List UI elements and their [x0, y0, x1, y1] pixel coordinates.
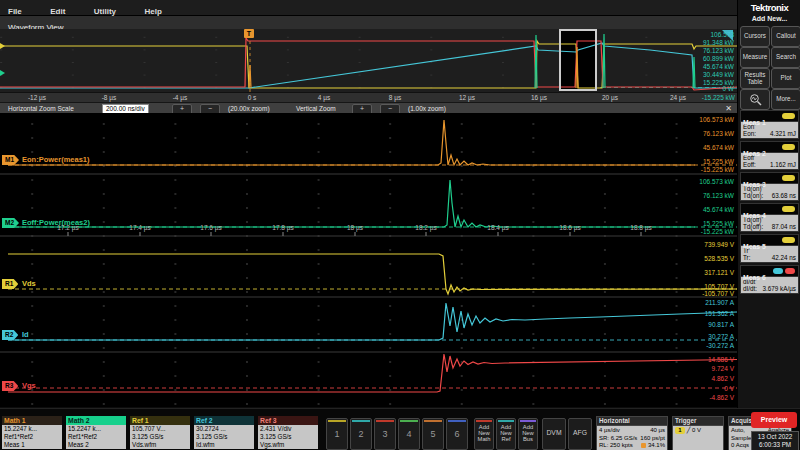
meas-6-item[interactable]: Meas 6 dI/dt' dI/dt: 3.679 kA/µs — [740, 265, 799, 294]
waveform-traces — [0, 113, 737, 407]
channel-3-button[interactable]: 3 — [374, 418, 396, 450]
v-zoom-label: Vertical Zoom — [296, 105, 336, 112]
meas-value: 1.162 mJ — [770, 161, 796, 168]
add-new-ref-button[interactable]: Add New Ref — [496, 418, 516, 450]
horizontal-panel[interactable]: Horizontal 4 µs/div40 µs SR: 6.25 GS/s16… — [596, 416, 668, 450]
menu-edit[interactable]: Edit — [50, 4, 65, 16]
meas-4-item[interactable]: Meas 4 Td(off)' Td(off): 87.04 ns — [740, 203, 799, 232]
preview-button[interactable]: Preview — [751, 412, 797, 428]
scale-label: 151.362 A — [705, 310, 734, 317]
dvm-button[interactable]: DVM — [542, 418, 566, 450]
bottom-bar: Math 1 15.2247 k... Ref1*Ref2 Meas 1 Mat… — [0, 408, 800, 450]
add-new-bus-button[interactable]: Add New Bus — [518, 418, 538, 450]
add-new-label: Add New... — [738, 15, 800, 22]
menu-utility[interactable]: Utility — [94, 4, 116, 16]
time-tick: 17.6 µs — [200, 224, 221, 231]
math2-level-marker — [0, 70, 5, 76]
add-label: Ref — [497, 436, 515, 442]
vertical-zoom-handle[interactable] — [722, 30, 733, 41]
meas-source-badge[interactable] — [782, 144, 795, 150]
overview-tick: -4 µs — [173, 94, 188, 101]
badge-line: 15.2247 k... — [68, 425, 124, 433]
badge-line: 2.431 V/div — [260, 425, 316, 433]
meas-2-item[interactable]: Meas 2 Eoff' Eoff: 1.162 mJ — [740, 141, 799, 170]
meas-source-badge[interactable] — [782, 206, 795, 212]
h-span: 40 µs — [650, 427, 665, 435]
ref1-level-marker — [0, 43, 5, 49]
badge-line: 30.2724 ... — [196, 425, 252, 433]
badge-line: Meas 2 — [68, 441, 124, 449]
results-table-button[interactable]: Results Table — [740, 68, 770, 89]
meas-5-item[interactable]: Meas 5 Tr' Tr: 42.24 ns — [740, 234, 799, 263]
cursors-button[interactable]: Cursors — [740, 26, 770, 47]
channel-number: 5 — [423, 429, 443, 439]
more-button[interactable]: More... — [771, 89, 800, 110]
channel-1-button[interactable]: 1 — [326, 418, 348, 450]
meas-source-badge[interactable] — [782, 175, 795, 181]
waveform-panels[interactable]: M1 Eon:Power(meas1) M2 Eoff:Power(meas2)… — [0, 113, 737, 407]
search-button[interactable]: Search — [771, 47, 800, 68]
zoom-tool-button[interactable] — [740, 89, 770, 110]
menu-file[interactable]: File — [8, 4, 22, 16]
overview-tick: 24 µs — [670, 94, 686, 101]
meas-source-badge[interactable] — [785, 268, 795, 274]
meas-1-item[interactable]: Meas 1 Eon' Eon: 4.321 mJ — [740, 110, 799, 139]
channel-6-button[interactable]: 6 — [446, 418, 468, 450]
math1-settings-badge[interactable]: Math 1 15.2247 k... Ref1*Ref2 Meas 1 — [2, 416, 62, 449]
badge-line: 3.125 GS/s — [196, 433, 252, 441]
ref3-settings-badge[interactable]: Ref 3 2.431 V/div 3.125 GS/s Vgs.wfm — [258, 416, 318, 449]
channel-2-button[interactable]: 2 — [350, 418, 372, 450]
channel-5-button[interactable]: 5 — [422, 418, 444, 450]
overview-neg-scale-label: -15.225 kW — [702, 94, 735, 101]
plot-button[interactable]: Plot — [771, 68, 800, 89]
waveform-view-tab[interactable]: Waveform View — [0, 16, 737, 30]
math2-settings-badge[interactable]: Math 2 15.2247 k... Ref1*Ref2 Meas 2 — [66, 416, 126, 449]
magnifier-icon — [749, 93, 762, 106]
meas-source-badge[interactable] — [782, 237, 795, 243]
rising-edge-icon: ╱ — [687, 427, 691, 433]
afg-button[interactable]: AFG — [568, 418, 592, 450]
overview-plot — [0, 29, 737, 92]
meas-3-item[interactable]: Meas 3 Td(on)' Td(on): 63.68 ns — [740, 172, 799, 201]
channel-4-button[interactable]: 4 — [398, 418, 420, 450]
meas-value: 63.68 ns — [772, 192, 796, 199]
overview-strip[interactable]: 106.573 91.348 kW 76.123 kW 60.899 kW 45… — [0, 29, 737, 92]
menu-help[interactable]: Help — [144, 4, 161, 16]
scale-label: 30.272 A — [708, 333, 734, 340]
channel-number: 6 — [447, 429, 467, 439]
ref1-settings-badge[interactable]: Ref 1 105.707 V... 3.125 GS/s Vds.wfm — [130, 416, 190, 449]
scale-label: 211.907 A — [705, 299, 734, 306]
trigger-panel[interactable]: Trigger 1 ╱ 0 V — [672, 416, 724, 450]
badge-title: Ref 2 — [194, 416, 254, 425]
callout-button[interactable]: Callout — [771, 26, 800, 47]
overview-scale-label: 30.449 kW — [703, 71, 734, 78]
time-tick: 18 µs — [347, 224, 363, 231]
menu-bar: File Edit Utility Help — [0, 0, 800, 16]
scale-label: 4.862 V — [712, 375, 734, 382]
search-label: Search — [776, 54, 796, 61]
meas-source-badge[interactable] — [782, 113, 795, 119]
channel-number: 1 — [327, 429, 347, 439]
results-table-label: Results Table — [741, 72, 769, 85]
overview-tick: -12 µs — [28, 94, 46, 101]
panel3-trace-label: Vds — [22, 279, 36, 288]
h-scale: 4 µs/div — [599, 427, 620, 435]
scale-label: 15.225 kW — [703, 220, 734, 227]
trigger-title: Trigger — [672, 416, 724, 425]
measure-button[interactable]: Measure — [740, 47, 770, 68]
badge-line: Vgs.wfm — [260, 441, 316, 449]
badge-line: Vds.wfm — [132, 441, 188, 449]
trigger-position-flag[interactable]: T — [244, 29, 254, 38]
add-new-math-button[interactable]: Add New Math — [474, 418, 494, 450]
meas-source-badge[interactable] — [773, 268, 783, 274]
scale-label: 106.573 kW — [699, 178, 734, 185]
trigger-source-badge: 1 — [675, 427, 685, 434]
scale-label: -4.862 V — [709, 394, 734, 401]
dvm-label: DVM — [546, 429, 561, 436]
plot-label: Plot — [781, 75, 792, 82]
h-usage-percent: 34.1% — [648, 442, 665, 448]
badge-title: Ref 1 — [130, 416, 190, 425]
panel1-trace-label: Eon:Power(meas1) — [22, 155, 90, 164]
ref2-settings-badge[interactable]: Ref 2 30.2724 ... 3.125 GS/s Id.wfm — [194, 416, 254, 449]
zoom-close-icon[interactable]: ✕ — [725, 104, 732, 113]
